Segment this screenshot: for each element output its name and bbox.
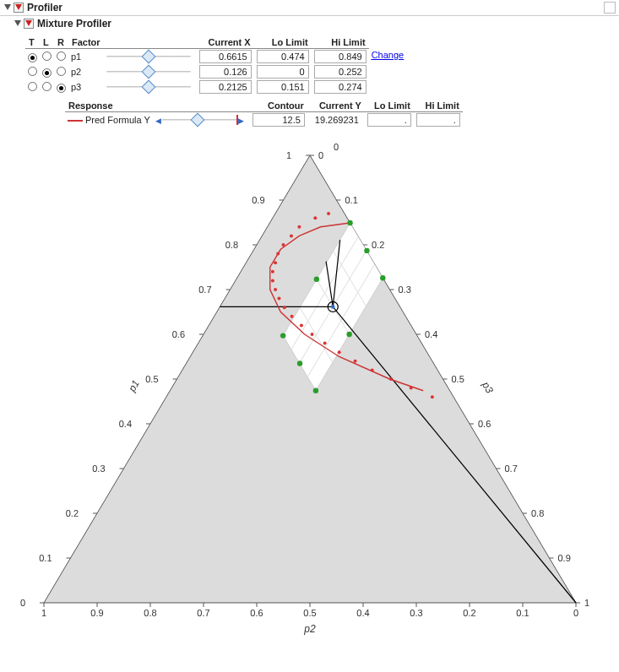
hi-limit-value[interactable]: 0.274 [314, 80, 367, 94]
svg-text:0.3: 0.3 [92, 463, 105, 474]
svg-text:0.9: 0.9 [252, 195, 264, 205]
svg-text:1: 1 [584, 598, 589, 608]
svg-text:0.6: 0.6 [250, 608, 263, 618]
svg-point-83 [289, 234, 292, 237]
svg-point-102 [347, 220, 352, 225]
lo-limit-value[interactable]: . [367, 113, 411, 127]
col-l: L [40, 36, 54, 49]
svg-point-106 [364, 248, 369, 253]
disclosure-triangle-icon[interactable] [3, 3, 12, 12]
radio-r[interactable] [57, 67, 66, 76]
col-hi: Hi Limit [312, 36, 369, 49]
svg-text:0.9: 0.9 [557, 553, 570, 563]
svg-point-84 [281, 243, 285, 247]
col-currenty: Current Y [307, 100, 365, 112]
currenty-value: 19.269231 [310, 114, 362, 126]
radio-t[interactable] [28, 53, 37, 62]
svg-text:p2: p2 [303, 623, 316, 635]
factor-table: T L R Factor Current X Lo Limit Hi Limit… [25, 36, 406, 95]
svg-text:0.8: 0.8 [225, 240, 237, 250]
radio-r[interactable] [57, 51, 66, 61]
svg-point-90 [277, 297, 280, 301]
svg-text:0.2: 0.2 [463, 608, 475, 618]
table-row: p10.66150.4740.849Change [25, 49, 406, 65]
svg-point-107 [313, 277, 318, 282]
svg-point-86 [274, 261, 277, 264]
svg-point-100 [409, 387, 412, 390]
mixture-profiler-header[interactable]: Mixture Profiler [10, 16, 619, 31]
factor-slider[interactable] [106, 66, 191, 78]
svg-text:0: 0 [19, 598, 24, 608]
radio-r[interactable] [57, 84, 66, 93]
red-triangle-icon[interactable] [14, 3, 24, 13]
svg-text:0.3: 0.3 [410, 608, 422, 618]
svg-point-98 [370, 368, 373, 371]
arrow-right-icon[interactable]: ▶ [238, 117, 244, 125]
hi-limit-value[interactable]: 0.849 [314, 50, 367, 63]
factor-slider[interactable] [106, 81, 191, 93]
hi-limit-value[interactable]: 0.252 [314, 65, 367, 79]
radio-l[interactable] [42, 51, 52, 61]
svg-text:0: 0 [573, 608, 578, 618]
svg-point-93 [299, 323, 302, 327]
lo-limit-value[interactable]: 0.474 [257, 50, 309, 63]
currentx-value[interactable]: 0.126 [199, 65, 252, 79]
svg-point-87 [270, 270, 274, 274]
factor-slider[interactable] [106, 51, 191, 62]
svg-text:0: 0 [318, 150, 323, 160]
factor-name: p3 [68, 79, 104, 95]
col-lo: Lo Limit [365, 100, 414, 112]
ternary-plot[interactable]: 1010.90.10.90.80.20.80.70.30.70.60.40.60… [19, 134, 601, 641]
svg-point-92 [290, 315, 293, 318]
profiler-header[interactable]: Profiler [0, 0, 619, 16]
col-t: T [25, 36, 40, 49]
change-link[interactable]: Change [372, 50, 405, 60]
response-name: Pred Formula Y [65, 112, 153, 128]
response-table: Response Contour Current Y Lo Limit Hi L… [25, 100, 463, 127]
col-slider [104, 36, 197, 49]
svg-text:0.6: 0.6 [171, 329, 184, 339]
radio-l[interactable] [42, 68, 52, 78]
contour-slider[interactable]: ◀ ▶ [155, 114, 244, 126]
svg-text:p3: p3 [479, 379, 495, 396]
lo-limit-value[interactable]: 0.151 [257, 80, 309, 94]
svg-point-80 [327, 212, 330, 215]
svg-text:0.5: 0.5 [145, 374, 158, 384]
arrow-left-icon[interactable]: ◀ [155, 117, 161, 125]
svg-text:p1: p1 [125, 378, 141, 394]
radio-t[interactable] [28, 67, 37, 76]
svg-point-109 [296, 360, 301, 366]
red-triangle-icon[interactable] [24, 19, 34, 29]
factor-name: p1 [68, 49, 104, 65]
profiler-title: Profiler [27, 2, 62, 14]
radio-l[interactable] [42, 82, 52, 91]
lo-limit-value[interactable]: 0 [257, 65, 309, 79]
svg-text:0.1: 0.1 [516, 608, 529, 618]
svg-text:0.7: 0.7 [197, 608, 209, 618]
svg-text:0.3: 0.3 [398, 285, 410, 295]
radio-t[interactable] [28, 82, 37, 91]
table-row: p30.21250.1510.274 [25, 79, 406, 95]
col-slider [153, 100, 250, 112]
svg-point-85 [276, 252, 280, 256]
svg-text:0.7: 0.7 [198, 285, 211, 295]
currentx-value[interactable]: 0.2125 [199, 80, 252, 94]
panel-options-icon[interactable] [604, 2, 616, 14]
disclosure-triangle-icon[interactable] [14, 19, 22, 28]
col-r: R [54, 36, 68, 49]
svg-text:0.8: 0.8 [144, 608, 156, 618]
currentx-value[interactable]: 0.6615 [199, 50, 252, 63]
svg-text:0.1: 0.1 [345, 195, 357, 205]
svg-text:0.4: 0.4 [118, 419, 131, 429]
svg-text:0.4: 0.4 [425, 329, 437, 339]
contour-value[interactable]: 12.5 [252, 113, 305, 127]
svg-point-96 [337, 350, 340, 354]
hi-limit-value[interactable]: . [416, 113, 460, 127]
svg-text:1: 1 [41, 608, 46, 618]
series-color-icon [68, 120, 83, 122]
svg-text:0.2: 0.2 [372, 240, 384, 250]
svg-text:0: 0 [334, 142, 339, 152]
svg-text:0.6: 0.6 [478, 419, 491, 429]
svg-text:0.4: 0.4 [356, 608, 369, 618]
col-response: Response [65, 100, 153, 112]
